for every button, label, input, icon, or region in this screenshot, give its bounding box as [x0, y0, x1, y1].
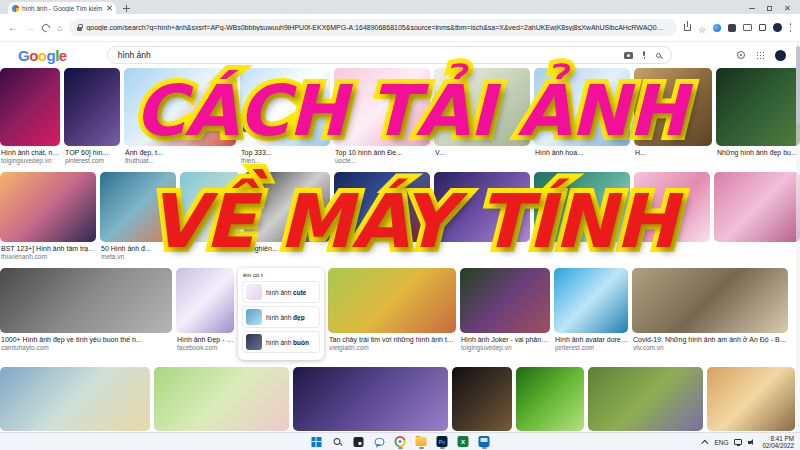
search-icon[interactable]	[656, 53, 661, 58]
maximize-icon[interactable]	[767, 6, 772, 11]
reload-icon[interactable]	[40, 22, 51, 33]
image-thumbnail[interactable]	[244, 172, 330, 242]
image-thumbnail[interactable]	[452, 367, 512, 431]
result-title[interactable]: V...	[435, 149, 530, 157]
result-title[interactable]: Top 333...	[241, 149, 330, 157]
result-title[interactable]: ...nghiên...	[245, 245, 330, 253]
result-title[interactable]: 50 Hình ảnh đ...	[101, 245, 176, 253]
image-thumbnail[interactable]	[0, 367, 150, 431]
result-title[interactable]: Hình ảnh Đẹp - Home | Facebook	[177, 336, 234, 344]
result-caption: Hình ảnh Joker - vai phản diện ấn tượng …	[460, 336, 550, 352]
image-thumbnail[interactable]	[0, 68, 60, 146]
image-thumbnail[interactable]	[180, 172, 240, 242]
image-thumbnail[interactable]	[334, 68, 430, 146]
bookmark-star-icon[interactable]	[698, 19, 706, 37]
back-icon[interactable]: ←	[8, 23, 18, 33]
result-title[interactable]: 1000+ Hình ảnh đẹp về tình yêu buồn thế …	[1, 336, 172, 344]
result-title[interactable]: H...	[635, 149, 712, 157]
extension-blue-icon[interactable]	[713, 24, 721, 32]
image-thumbnail[interactable]	[554, 268, 628, 333]
extension-tv-icon[interactable]	[743, 24, 752, 31]
related-search-chip[interactable]: hình ảnh đẹp	[242, 306, 320, 328]
extension-dark-icon[interactable]	[728, 24, 736, 32]
image-thumbnail[interactable]	[632, 268, 788, 333]
related-search-chip[interactable]: hình ảnh buồn	[242, 331, 320, 353]
image-thumbnail[interactable]	[434, 172, 530, 242]
image-thumbnail[interactable]	[516, 367, 584, 431]
image-thumbnail[interactable]	[176, 268, 234, 333]
network-icon[interactable]	[734, 439, 742, 445]
result-title[interactable]: Ảnh đẹp, t...	[125, 149, 236, 157]
language-indicator[interactable]: ENG	[714, 439, 728, 446]
account-avatar[interactable]	[775, 50, 786, 61]
taskbar-chat-icon[interactable]	[373, 434, 386, 450]
tab-close-icon[interactable]	[106, 5, 112, 11]
share-icon[interactable]	[684, 24, 691, 31]
result-title[interactable]: Top 10 hình ảnh Đe...	[335, 149, 430, 157]
taskbar-dark-app-icon[interactable]	[352, 434, 365, 450]
result-source: thuvienanh.com	[1, 253, 96, 261]
profile-avatar[interactable]	[773, 23, 782, 32]
image-thumbnail[interactable]	[0, 268, 172, 333]
result-title[interactable]: Hình ảnh Joker - vai phản diện ấn tượng …	[461, 336, 550, 344]
image-thumbnail[interactable]	[534, 68, 630, 146]
image-thumbnail[interactable]: GIF	[240, 68, 330, 146]
image-thumbnail[interactable]	[0, 172, 96, 242]
google-logo[interactable]: Google	[18, 47, 67, 64]
forward-icon[interactable]: →	[25, 23, 35, 33]
search-box[interactable]: hình ảnh	[107, 46, 672, 64]
taskbar-start-icon[interactable]	[310, 434, 323, 450]
image-thumbnail[interactable]	[714, 172, 800, 242]
taskbar-chrome-icon[interactable]	[394, 434, 407, 450]
result-title[interactable]: Hình ảnh chất, ngầu, đ...	[1, 149, 60, 157]
tray-time: 8:41 PM	[762, 435, 794, 443]
image-thumbnail[interactable]	[334, 172, 430, 242]
close-icon[interactable]	[784, 5, 790, 11]
taskbar-photoshop-icon[interactable]: Ps	[436, 434, 449, 450]
address-bar[interactable]: google.com/search?q=hình+ảnh&sxsrf=APq-W…	[69, 19, 676, 36]
camera-search-icon[interactable]	[624, 52, 633, 59]
mic-icon[interactable]	[641, 51, 648, 59]
image-thumbnail[interactable]	[328, 268, 456, 333]
result-source: thuthuat...	[125, 157, 236, 165]
image-thumbnail[interactable]	[100, 172, 176, 242]
scrollbar[interactable]	[796, 42, 800, 432]
image-thumbnail[interactable]	[534, 172, 630, 242]
taskbar-file-explorer-icon[interactable]	[415, 434, 428, 450]
image-thumbnail[interactable]	[716, 68, 800, 146]
menu-kebab-icon[interactable]	[789, 23, 792, 32]
result-title[interactable]: BST 123+] Hình ảnh tâm trạng về tình yêu…	[1, 245, 96, 253]
result-title[interactable]: Tan chảy trái tim với những hình ảnh thi…	[329, 336, 456, 344]
home-icon[interactable]: ⌂	[57, 23, 62, 33]
image-thumbnail[interactable]	[293, 367, 448, 431]
image-thumbnail[interactable]	[634, 172, 710, 242]
taskbar-excel-icon[interactable]: X	[457, 434, 470, 450]
browser-tab[interactable]: hình ảnh - Google Tìm kiếm	[8, 2, 116, 14]
scrollbar-thumb[interactable]	[796, 46, 800, 124]
taskbar-search-icon[interactable]	[331, 434, 344, 450]
extension-square-icon[interactable]	[759, 24, 766, 31]
image-thumbnail[interactable]	[154, 367, 289, 431]
apps-grid-icon[interactable]	[756, 51, 764, 59]
new-tab-button[interactable]	[122, 4, 131, 13]
result-title[interactable]: Những hình ảnh đẹp buồn ma...	[717, 149, 800, 157]
image-thumbnail[interactable]	[588, 367, 703, 431]
result-title[interactable]: Covid-19: Những hình ảnh ám ảnh ở Ấn Độ …	[633, 336, 788, 344]
image-thumbnail[interactable]	[64, 68, 120, 146]
settings-icon[interactable]	[737, 51, 745, 59]
result-title[interactable]: TOP 60] hìn...	[65, 149, 120, 157]
result-title[interactable]: Hình ảnh avatar doremon đẹp, cu...	[555, 336, 628, 344]
image-thumbnail[interactable]	[434, 68, 530, 146]
related-search-chip[interactable]: hình ảnh cute	[242, 281, 320, 303]
search-query[interactable]: hình ảnh	[118, 50, 616, 60]
taskbar-clock[interactable]: 8:41 PM 02/04/2022	[762, 435, 794, 450]
tray-chevron-icon[interactable]	[702, 439, 709, 446]
minimize-icon[interactable]	[749, 8, 755, 9]
result-title[interactable]: Hình ảnh hoa...	[535, 149, 630, 157]
volume-icon[interactable]	[748, 438, 756, 446]
taskbar-monitor-app-icon[interactable]	[478, 434, 491, 450]
image-thumbnail[interactable]	[124, 68, 236, 146]
image-thumbnail[interactable]	[707, 367, 795, 431]
image-thumbnail[interactable]	[634, 68, 712, 146]
image-thumbnail[interactable]	[460, 268, 550, 333]
